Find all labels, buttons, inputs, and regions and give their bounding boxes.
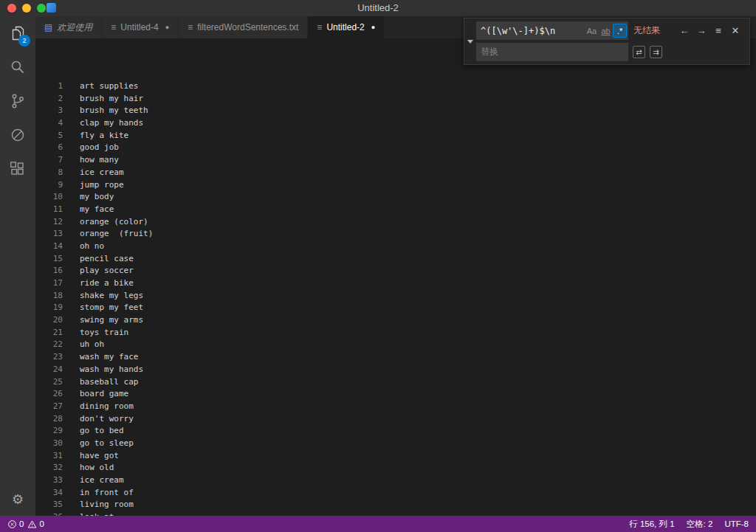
editor-line[interactable]: 5fly a kite — [35, 130, 756, 142]
editor-line[interactable]: 33ice cream — [35, 474, 756, 487]
line-number: 8 — [35, 167, 63, 179]
line-text: shake my legs — [63, 290, 143, 303]
editor-line[interactable]: 24wash my hands — [35, 364, 756, 376]
indentation-indicator[interactable]: 空格: 2 — [687, 519, 713, 530]
activity-source-control[interactable] — [0, 84, 35, 118]
editor-line[interactable]: 22uh oh — [35, 339, 756, 351]
editor-line[interactable]: 6good job — [35, 142, 756, 154]
replace-placeholder: 替换 — [481, 46, 627, 58]
tab-untitled-2[interactable]: ≡Untitled-2● — [308, 16, 385, 38]
line-text: ice cream — [63, 474, 124, 487]
editor-line[interactable]: 26board game — [35, 388, 756, 401]
editor-line[interactable]: 8ice cream — [35, 167, 756, 179]
editor-line[interactable]: 18shake my legs — [35, 290, 756, 303]
editor-line[interactable]: 9jump rope — [35, 179, 756, 192]
activity-extensions[interactable] — [0, 152, 35, 186]
line-number: 1 — [35, 80, 63, 93]
line-text: how old — [63, 462, 114, 474]
line-text: wash my hands — [63, 364, 143, 376]
encoding-indicator[interactable]: UTF-8 — [724, 519, 749, 528]
line-number: 6 — [35, 142, 63, 154]
next-match-button[interactable]: → — [694, 25, 709, 36]
activity-search[interactable] — [0, 50, 35, 84]
line-number: 23 — [35, 351, 63, 364]
line-text: don't worry — [63, 413, 134, 426]
line-text: my face — [63, 204, 114, 216]
editor-line[interactable]: 29go to bed — [35, 425, 756, 438]
line-number: 26 — [35, 388, 63, 401]
editor-line[interactable]: 23wash my face — [35, 351, 756, 364]
activity-explorer[interactable]: 2 — [0, 16, 35, 50]
whole-word-button[interactable]: ab — [599, 24, 613, 38]
line-text: good job — [63, 142, 119, 154]
editor-line[interactable]: 35living room — [35, 499, 756, 511]
editor-line[interactable]: 4clap my hands — [35, 117, 756, 130]
editor-line[interactable]: 30go to sleep — [35, 438, 756, 450]
editor-line[interactable]: 17ride a bike — [35, 277, 756, 290]
toggle-replace-button[interactable] — [464, 18, 476, 64]
line-number: 34 — [35, 487, 63, 500]
status-bar: 0 0 行 156, 列 1 空格: 2 UTF-8 — [0, 516, 756, 532]
results-count: 无结果 — [633, 24, 672, 37]
editor-line[interactable]: 16play soccer — [35, 265, 756, 277]
editor-line[interactable]: 25baseball cap — [35, 376, 756, 389]
text-file-icon: ≡ — [111, 22, 116, 32]
settings-gear-icon[interactable]: ⚙ — [0, 491, 35, 508]
replace-all-button[interactable]: ⇉ — [650, 46, 662, 58]
editor-line[interactable]: 10my body — [35, 191, 756, 204]
modified-dot[interactable]: ● — [371, 24, 375, 31]
editor-line[interactable]: 21toys train — [35, 327, 756, 339]
modified-dot[interactable]: ● — [165, 24, 169, 31]
editor-line[interactable]: 12orange (color) — [35, 216, 756, 229]
line-text: wash my face — [63, 351, 138, 364]
line-text: orange (color) — [63, 216, 148, 229]
editor-line[interactable]: 13orange (fruit) — [35, 228, 756, 241]
editor-line[interactable]: 15pencil case — [35, 253, 756, 266]
editor-line[interactable]: 36look at — [35, 511, 756, 516]
close-find-button[interactable]: ✕ — [728, 25, 743, 36]
replace-button[interactable]: ⇄ — [633, 46, 645, 58]
activity-debug[interactable] — [0, 118, 35, 152]
activity-bar: 2 — [0, 16, 35, 516]
editor-line[interactable]: 20swing my arms — [35, 314, 756, 327]
editor-line[interactable]: 1art supplies — [35, 80, 756, 93]
line-number: 28 — [35, 413, 63, 426]
editor-line[interactable]: 27dining room — [35, 401, 756, 413]
cursor-position-indicator[interactable]: 行 156, 列 1 — [629, 519, 674, 530]
line-text: orange (fruit) — [63, 228, 153, 241]
line-text: ice cream — [63, 167, 124, 179]
editor-line[interactable]: 11my face — [35, 204, 756, 216]
editor-line[interactable]: 14oh no — [35, 241, 756, 253]
editor[interactable]: 1art supplies2brush my hair3brush my tee… — [35, 38, 756, 516]
problems-indicator[interactable]: 0 0 — [7, 519, 48, 529]
extensions-icon — [9, 160, 27, 178]
editor-line[interactable]: 31have got — [35, 450, 756, 463]
regex-button[interactable]: .* — [613, 24, 627, 38]
replace-input[interactable]: 替换 — [476, 43, 628, 61]
line-number: 12 — [35, 216, 63, 229]
previous-match-button[interactable]: ← — [677, 25, 692, 36]
search-icon — [9, 58, 27, 76]
editor-line[interactable]: 2brush my hair — [35, 93, 756, 106]
line-number: 2 — [35, 93, 63, 106]
line-text: swing my arms — [63, 314, 143, 327]
tab-untitled-4[interactable]: ≡Untitled-4● — [102, 16, 179, 38]
editor-line[interactable]: 32how old — [35, 462, 756, 474]
line-number: 15 — [35, 253, 63, 266]
editor-line[interactable]: 28don't worry — [35, 413, 756, 426]
line-text: brush my teeth — [63, 105, 148, 117]
editor-line[interactable]: 3brush my teeth — [35, 105, 756, 117]
tab-label: Untitled-2 — [326, 22, 364, 32]
find-input[interactable]: ^([\w'\-]+)$\n Aa ab .* — [476, 21, 628, 40]
editor-line[interactable]: 19stomp my feet — [35, 302, 756, 314]
editor-line[interactable]: 34in front of — [35, 487, 756, 500]
source-control-icon — [9, 92, 27, 110]
line-text: stomp my feet — [63, 302, 143, 314]
tab-filteredwordsentences-txt[interactable]: ≡filteredWordSentences.txt — [179, 16, 308, 38]
tab-welcome[interactable]: ▤欢迎使用 — [35, 16, 102, 38]
editor-line[interactable]: 7how many — [35, 154, 756, 167]
editor-group: ▤欢迎使用≡Untitled-4●≡filteredWordSentences.… — [35, 16, 756, 516]
match-case-button[interactable]: Aa — [585, 24, 599, 38]
line-text: art supplies — [63, 80, 138, 93]
find-in-selection-button[interactable]: ≡ — [711, 25, 726, 36]
